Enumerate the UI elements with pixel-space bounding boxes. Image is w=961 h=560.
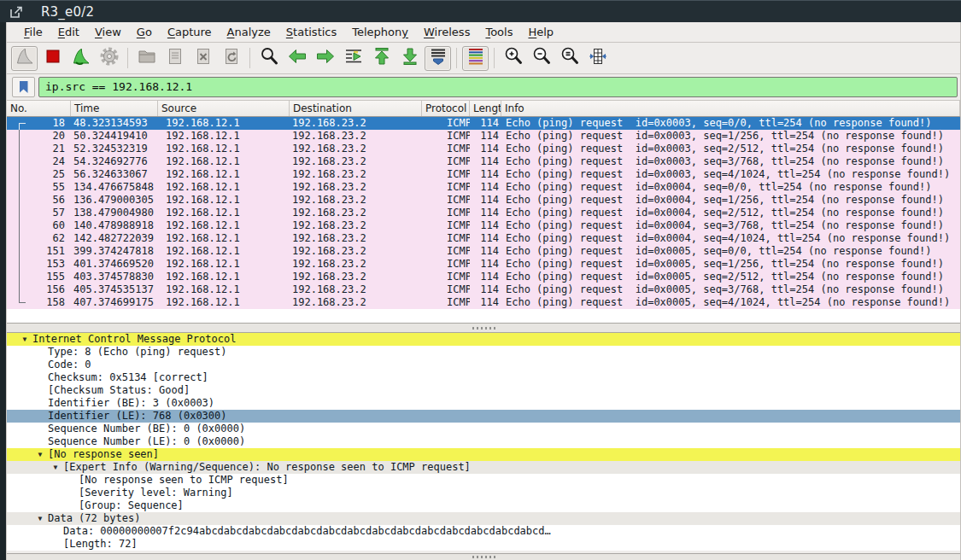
packet-row[interactable]: 2050.324419410192.168.12.1192.168.23.2IC… bbox=[7, 130, 960, 143]
menu-view[interactable]: View bbox=[87, 23, 129, 41]
toolbar-separator bbox=[494, 48, 495, 68]
packet-row[interactable]: 62142.482722039192.168.12.1192.168.23.2I… bbox=[7, 232, 960, 245]
auto-scroll-button[interactable] bbox=[425, 46, 451, 71]
capture-options-button[interactable] bbox=[96, 46, 122, 71]
column-header-protocol[interactable]: Protocol bbox=[422, 101, 470, 116]
resize-columns-button[interactable] bbox=[584, 46, 611, 71]
cell-time: 54.324692776 bbox=[71, 155, 158, 168]
title-bar: R3_e0/2 bbox=[0, 0, 961, 22]
related-packet-bracket bbox=[19, 283, 26, 296]
column-header-info[interactable]: Info bbox=[501, 101, 960, 116]
cell-protocol: ICMP bbox=[422, 155, 470, 168]
detail-row[interactable]: Data: 00000000007f2c94abcdabcdabcdabcdab… bbox=[7, 525, 960, 538]
detail-row[interactable]: Checksum: 0x5134 [correct] bbox=[7, 371, 960, 384]
cell-destination: 192.168.23.2 bbox=[290, 143, 422, 155]
zoom-in-button[interactable] bbox=[500, 46, 526, 71]
detail-row[interactable]: ▼Internet Control Message Protocol bbox=[7, 333, 960, 346]
cell-length: 114 bbox=[470, 258, 501, 271]
expand-arrow-icon[interactable]: ▼ bbox=[17, 333, 32, 346]
go-first-button[interactable] bbox=[368, 46, 395, 71]
cell-no: 153 bbox=[7, 258, 71, 271]
colorize-button[interactable] bbox=[462, 46, 489, 71]
packet-row[interactable]: 56136.479000305192.168.12.1192.168.23.2I… bbox=[7, 194, 960, 207]
packet-row[interactable]: 1848.323134593192.168.12.1192.168.23.2IC… bbox=[7, 117, 960, 130]
cell-protocol: ICMP bbox=[422, 219, 470, 232]
menu-go[interactable]: Go bbox=[129, 23, 160, 41]
detail-row[interactable]: Sequence Number (LE): 0 (0x0000) bbox=[7, 435, 960, 448]
save-file-button[interactable] bbox=[161, 46, 188, 71]
detail-field-text: Code: 0 bbox=[48, 359, 91, 371]
cell-info: Echo (ping) request id=0x0003, seq=0/0, … bbox=[501, 117, 960, 130]
packet-row[interactable]: 2152.324532319192.168.12.1192.168.23.2IC… bbox=[7, 143, 960, 155]
detail-field-text: Internet Control Message Protocol bbox=[32, 333, 236, 346]
open-file-button[interactable] bbox=[133, 46, 160, 71]
packet-row[interactable]: 158407.374699175192.168.12.1192.168.23.2… bbox=[7, 296, 960, 309]
zoom-out-button[interactable] bbox=[528, 46, 554, 71]
expand-arrow-icon[interactable]: ▼ bbox=[32, 512, 48, 525]
detail-row[interactable]: Sequence Number (BE): 0 (0x0000) bbox=[7, 423, 960, 435]
detail-row[interactable]: Code: 0 bbox=[7, 359, 960, 371]
expand-arrow-icon[interactable]: ▼ bbox=[48, 461, 63, 474]
detail-row[interactable]: ▼Data (72 bytes) bbox=[7, 512, 960, 525]
detail-row[interactable]: ▼[No response seen] bbox=[7, 448, 960, 461]
pane-splitter[interactable] bbox=[7, 323, 960, 333]
go-forward-button[interactable] bbox=[312, 46, 338, 71]
menu-telephony[interactable]: Telephony bbox=[344, 23, 416, 41]
cell-time: 142.482722039 bbox=[71, 232, 158, 245]
packet-row[interactable]: 2556.324633067192.168.12.1192.168.23.2IC… bbox=[7, 168, 960, 181]
column-header-length[interactable]: Length bbox=[470, 101, 501, 116]
stop-capture-button[interactable] bbox=[39, 46, 66, 71]
bottom-splitter[interactable] bbox=[7, 553, 960, 560]
go-last-button[interactable] bbox=[396, 46, 423, 71]
start-capture-button[interactable] bbox=[11, 46, 38, 71]
menu-file[interactable]: File bbox=[16, 23, 50, 41]
cell-time: 50.324419410 bbox=[71, 130, 158, 143]
menu-capture[interactable]: Capture bbox=[160, 23, 220, 41]
expand-arrow-icon[interactable]: ▼ bbox=[32, 448, 48, 461]
cell-no: 56 bbox=[7, 194, 71, 207]
detail-row[interactable]: [Severity level: Warning] bbox=[7, 487, 960, 499]
detail-row[interactable]: Type: 8 (Echo (ping) request) bbox=[7, 346, 960, 359]
cell-time: 401.374669520 bbox=[71, 258, 158, 271]
menu-help[interactable]: Help bbox=[520, 23, 561, 41]
menu-edit[interactable]: Edit bbox=[50, 23, 87, 41]
packet-row[interactable]: 2454.324692776192.168.12.1192.168.23.2IC… bbox=[7, 155, 960, 168]
detail-row[interactable]: Identifier (BE): 3 (0x0003) bbox=[7, 397, 960, 410]
packet-row[interactable]: 153401.374669520192.168.12.1192.168.23.2… bbox=[7, 258, 960, 271]
go-back-button[interactable] bbox=[284, 46, 310, 71]
column-header-source[interactable]: Source bbox=[158, 101, 290, 116]
packet-row[interactable]: 155403.374578830192.168.12.1192.168.23.2… bbox=[7, 271, 960, 283]
colorize-icon bbox=[466, 46, 486, 70]
cell-info: Echo (ping) request id=0x0004, seq=0/0, … bbox=[501, 181, 960, 194]
restart-capture-button[interactable] bbox=[67, 46, 94, 71]
packet-row[interactable]: 151399.374247818192.168.12.1192.168.23.2… bbox=[7, 245, 960, 258]
packet-row[interactable]: 60140.478988918192.168.12.1192.168.23.2I… bbox=[7, 219, 960, 232]
packet-row[interactable]: 55134.476675848192.168.12.1192.168.23.2I… bbox=[7, 181, 960, 194]
menu-tools[interactable]: Tools bbox=[478, 23, 520, 41]
detail-row[interactable]: [No response seen to ICMP request] bbox=[7, 474, 960, 487]
detail-row[interactable]: [Group: Sequence] bbox=[7, 499, 960, 512]
detail-row[interactable]: [Checksum Status: Good] bbox=[7, 384, 960, 397]
menu-wireless[interactable]: Wireless bbox=[416, 23, 478, 41]
packet-row[interactable]: 156405.374535137192.168.12.1192.168.23.2… bbox=[7, 283, 960, 296]
display-filter-input[interactable]: ip.src == 192.168.12.1 bbox=[38, 77, 958, 97]
column-header-destination[interactable]: Destination bbox=[290, 101, 422, 116]
filter-bookmark-button[interactable] bbox=[12, 77, 35, 97]
column-header-time[interactable]: Time bbox=[71, 101, 158, 116]
detach-window-icon[interactable] bbox=[9, 5, 23, 19]
cell-no: 20 bbox=[7, 130, 71, 143]
detail-row[interactable]: Identifier (LE): 768 (0x0300) bbox=[7, 410, 960, 423]
menu-statistics[interactable]: Statistics bbox=[278, 23, 344, 41]
zoom-reset-button[interactable] bbox=[556, 46, 583, 71]
cell-destination: 192.168.23.2 bbox=[290, 232, 422, 245]
reload-file-button[interactable] bbox=[218, 46, 244, 71]
packet-row[interactable]: 57138.479004980192.168.12.1192.168.23.2I… bbox=[7, 207, 960, 219]
detail-row[interactable]: [Length: 72] bbox=[7, 538, 960, 551]
menu-analyze[interactable]: Analyze bbox=[220, 23, 278, 41]
detail-row[interactable]: ▼[Expert Info (Warning/Sequence): No res… bbox=[7, 461, 960, 474]
close-file-button[interactable] bbox=[190, 46, 216, 71]
find-packet-button[interactable] bbox=[255, 46, 282, 71]
detail-field-text: Data (72 bytes) bbox=[48, 512, 140, 525]
column-header-no[interactable]: No. bbox=[7, 101, 71, 116]
go-to-packet-button[interactable] bbox=[340, 46, 366, 71]
